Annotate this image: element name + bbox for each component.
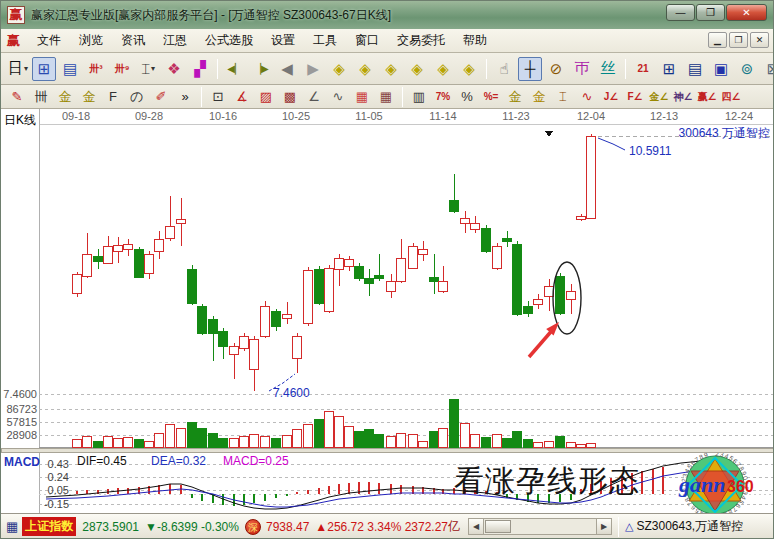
app-logo-icon: 赢	[7, 6, 25, 24]
diamond-left-button[interactable]: ◈	[327, 57, 351, 81]
calculator-button[interactable]: ⊞	[657, 57, 681, 81]
kline9-button[interactable]: 卅⁹	[110, 57, 134, 81]
grid-a-button[interactable]: ▦	[351, 87, 373, 107]
gold-circle-button[interactable]: 金	[504, 87, 526, 107]
pattern-search-button[interactable]: ❖	[162, 57, 186, 81]
candle-pen-button[interactable]: ⌶	[552, 87, 574, 107]
grid-b-button[interactable]: ▦	[375, 87, 397, 107]
menu-item-menu-browse[interactable]: 浏览	[70, 31, 112, 49]
gold-grid-button[interactable]: 金	[54, 87, 76, 107]
info-board-button[interactable]: ▤	[58, 57, 82, 81]
volume-bar	[293, 429, 302, 447]
diamond-zoomin-button[interactable]: ◈	[457, 57, 481, 81]
scrollbar-track[interactable]	[484, 518, 596, 535]
menu-item-menu-formula-stockpick[interactable]: 公式选股	[196, 31, 262, 49]
wave-brain-button[interactable]: 丝	[596, 57, 620, 81]
shenzhen-badge[interactable]: 深	[245, 519, 261, 535]
maximize-button[interactable]: ❐	[696, 4, 725, 21]
mdi-close-button[interactable]: ✕	[750, 32, 769, 48]
gold-angle-button[interactable]: 金∠	[648, 87, 670, 107]
date-label: 12-13	[642, 110, 686, 122]
menu-item-menu-help[interactable]: 帮助	[454, 31, 496, 49]
index-name-badge[interactable]: 上证指数	[22, 517, 76, 536]
gann-box-button[interactable]: ▨	[255, 87, 277, 107]
candle	[419, 241, 428, 261]
diamond-right-button[interactable]: ◈	[353, 57, 377, 81]
status-bar: ▦ 上证指数 2873.5901 ▼-8.6399 -0.30% 深 7938.…	[1, 513, 773, 539]
kline3-button[interactable]: 卅³	[84, 57, 108, 81]
f-grid-button[interactable]: F	[102, 87, 124, 107]
si-angle-button[interactable]: 四∠	[720, 87, 742, 107]
color-kline-button[interactable]: ▞	[188, 57, 212, 81]
box-tool-button[interactable]: ⊡	[207, 87, 229, 107]
more-button[interactable]: »	[174, 87, 196, 107]
zigzag-button[interactable]: ∿	[327, 87, 349, 107]
grid-ruler-button[interactable]: 卌	[30, 87, 52, 107]
nav-first-button[interactable]: ◀▏	[223, 57, 247, 81]
scrollbar-thumb[interactable]	[485, 520, 511, 533]
menu-item-menu-settings[interactable]: 设置	[262, 31, 304, 49]
multi-chart-button[interactable]: ⊞	[32, 57, 56, 81]
close-button[interactable]: ✕	[726, 4, 767, 21]
hand-tool-button[interactable]: ☝	[492, 57, 516, 81]
volume-bar	[409, 434, 418, 447]
angles-button[interactable]: ∠	[303, 87, 325, 107]
menu-item-menu-trade[interactable]: 交易委托	[388, 31, 454, 49]
zoom-tool-button[interactable]: ⊘	[544, 57, 568, 81]
shenzhen-change: ▲256.72 3.34% 2372.27	[315, 520, 448, 534]
gann-grid-button[interactable]: ▩	[279, 87, 301, 107]
mdi-restore-button[interactable]: ❐	[729, 32, 748, 48]
kstat-button[interactable]: ▥	[408, 87, 430, 107]
volume-bar	[430, 431, 439, 447]
volume-bar	[304, 424, 313, 447]
gann-band-button[interactable]: 帀	[570, 57, 594, 81]
scroll-right-arrow[interactable]: ▶	[596, 518, 612, 535]
ying-angle-button[interactable]: 赢∠	[696, 87, 718, 107]
horizontal-scrollbar[interactable]: ◀ ▶	[468, 518, 612, 535]
nav-last-button[interactable]: ▕▶	[249, 57, 273, 81]
mdi-minimize-button[interactable]: ▁	[708, 32, 727, 48]
notebook-button[interactable]: ▤	[683, 57, 707, 81]
gold-grid2-button[interactable]: 金	[78, 87, 100, 107]
percent7-button[interactable]: 7%	[432, 87, 454, 107]
diamond-shrink-button[interactable]: ◈	[405, 57, 429, 81]
pen-grid-button[interactable]: ✐	[150, 87, 172, 107]
date-label: 10-16	[201, 110, 245, 122]
candle	[365, 269, 374, 296]
calendar-button[interactable]: 21	[631, 57, 655, 81]
remote-button[interactable]: ⊠	[761, 57, 774, 81]
diamond-expand-button[interactable]: ◈	[379, 57, 403, 81]
diamond-zoomout-button[interactable]: ◈	[431, 57, 455, 81]
scroll-left-arrow[interactable]: ◀	[468, 518, 484, 535]
shen-angle-button[interactable]: 神∠	[672, 87, 694, 107]
spiral-button[interactable]: の	[126, 87, 148, 107]
save-button[interactable]: ▣	[709, 57, 733, 81]
volume-bar	[365, 429, 374, 447]
volume-bar	[493, 434, 502, 447]
wave-av-button[interactable]: ∿	[576, 87, 598, 107]
menu-item-menu-gann[interactable]: 江恩	[154, 31, 196, 49]
period-day-button[interactable]: 日▾	[6, 57, 30, 81]
menu-item-menu-news[interactable]: 资讯	[112, 31, 154, 49]
f-angle-button[interactable]: F∠	[624, 87, 646, 107]
nav-next-button[interactable]: ▶	[301, 57, 325, 81]
gann-fan-button[interactable]: ∡	[231, 87, 253, 107]
menu-item-menu-tools[interactable]: 工具	[304, 31, 346, 49]
menu-item-menu-file[interactable]: 文件	[28, 31, 70, 49]
draw-pen-button[interactable]: ✎	[6, 87, 28, 107]
percent-line-button[interactable]: %=	[480, 87, 502, 107]
market-grid-icon[interactable]: ▦	[6, 519, 18, 534]
candle-style-button[interactable]: ⌶▾	[136, 57, 160, 81]
nav-prev-button[interactable]: ◀	[275, 57, 299, 81]
j-angle-button[interactable]: J∠	[600, 87, 622, 107]
minimize-button[interactable]: —	[666, 4, 695, 21]
crosshair-button[interactable]: ┼	[518, 57, 542, 81]
percent-button[interactable]: %	[456, 87, 478, 107]
gold-line-button[interactable]: 金	[528, 87, 550, 107]
candle	[135, 247, 144, 278]
chart-region[interactable]: 日K线 09-1809-2810-1610-2511-0511-1411-231…	[1, 109, 774, 513]
menu-item-menu-window[interactable]: 窗口	[346, 31, 388, 49]
web-export-button[interactable]: ⊚	[735, 57, 759, 81]
panel-divider[interactable]	[1, 448, 774, 452]
candle	[513, 241, 522, 316]
